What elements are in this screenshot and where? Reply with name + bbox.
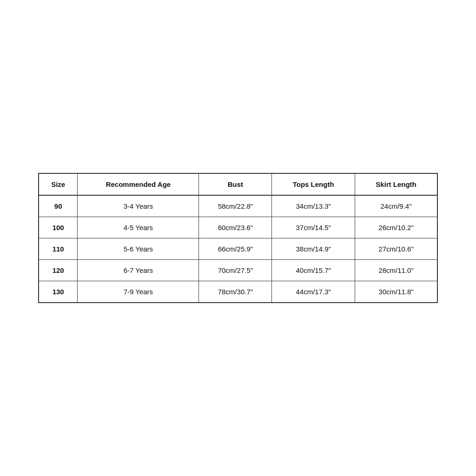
table-row: 1004-5 Years60cm/23.6"37cm/14.5"26cm/10.… [39,217,437,238]
row-0-age: 3-4 Years [78,195,199,217]
row-0-tops_length: 34cm/13.3" [272,195,355,217]
row-1-tops_length: 37cm/14.5" [272,217,355,238]
size-chart-container: Size Recommended Age Bust Tops Length Sk… [38,173,438,303]
row-4-skirt_length: 30cm/11.8" [355,281,437,303]
row-1-size: 100 [39,217,78,238]
row-2-skirt_length: 27cm/10.6" [355,238,437,260]
table-row: 903-4 Years58cm/22.8"34cm/13.3"24cm/9.4" [39,195,437,217]
header-size: Size [39,173,78,195]
row-1-age: 4-5 Years [78,217,199,238]
table-row: 1307-9 Years78cm/30.7"44cm/17.3"30cm/11.… [39,281,437,303]
header-bust: Bust [199,173,272,195]
row-3-bust: 70cm/27.5" [199,260,272,281]
row-4-tops_length: 44cm/17.3" [272,281,355,303]
header-skirt-length: Skirt Length [355,173,437,195]
row-3-skirt_length: 28cm/11.0" [355,260,437,281]
row-2-bust: 66cm/25.9" [199,238,272,260]
row-2-age: 5-6 Years [78,238,199,260]
row-3-tops_length: 40cm/15.7" [272,260,355,281]
row-1-skirt_length: 26cm/10.2" [355,217,437,238]
row-3-size: 120 [39,260,78,281]
row-0-bust: 58cm/22.8" [199,195,272,217]
row-1-bust: 60cm/23.6" [199,217,272,238]
size-chart-table: Size Recommended Age Bust Tops Length Sk… [38,173,438,303]
row-4-size: 130 [39,281,78,303]
header-recommended-age: Recommended Age [78,173,199,195]
row-4-age: 7-9 Years [78,281,199,303]
row-0-skirt_length: 24cm/9.4" [355,195,437,217]
table-header-row: Size Recommended Age Bust Tops Length Sk… [39,173,437,195]
table-row: 1206-7 Years70cm/27.5"40cm/15.7"28cm/11.… [39,260,437,281]
header-tops-length: Tops Length [272,173,355,195]
row-0-size: 90 [39,195,78,217]
row-4-bust: 78cm/30.7" [199,281,272,303]
table-row: 1105-6 Years66cm/25.9"38cm/14.9"27cm/10.… [39,238,437,260]
row-2-tops_length: 38cm/14.9" [272,238,355,260]
row-3-age: 6-7 Years [78,260,199,281]
row-2-size: 110 [39,238,78,260]
